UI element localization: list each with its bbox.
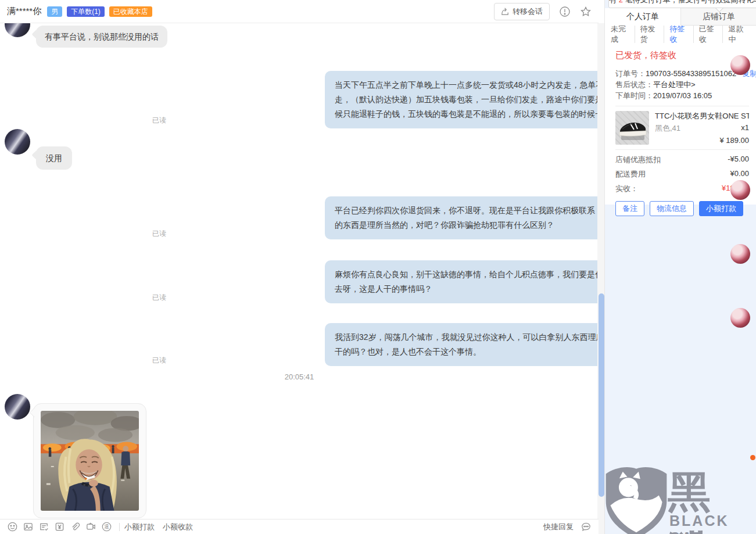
watermark-en-text: BLACK CAT [669, 513, 756, 534]
paperclip-icon[interactable] [70, 521, 81, 532]
order-no-value: 190703-558433895151062 [646, 68, 736, 79]
bubble-tail [30, 408, 40, 418]
transfer-conversation-button[interactable]: 转移会话 [494, 3, 550, 20]
remark-button[interactable]: 备注 [615, 201, 644, 216]
aftersale-label: 售后状态： [615, 79, 653, 90]
order-status: 已发货，待签收 [615, 50, 749, 61]
customer-name: 满*****你 [7, 6, 41, 17]
customer-avatar[interactable] [5, 394, 30, 420]
black-cat-watermark: 黑猫 BLACK CAT [602, 453, 756, 534]
favorited-store-badge: 已收藏本店 [109, 6, 152, 17]
order-tabs: 个人订单 店铺订单 [605, 8, 756, 26]
tab-personal-orders[interactable]: 个人订单 [605, 8, 681, 26]
product-spec: 黑色,41 [655, 123, 680, 134]
discount-value: -¥5.00 [728, 155, 749, 165]
read-receipt: 已读 [152, 293, 166, 303]
svg-text:退: 退 [104, 524, 109, 529]
quick-reply-bubble-icon[interactable] [581, 521, 592, 532]
bubble-tail [32, 30, 42, 40]
meme-image[interactable] [41, 411, 139, 511]
small-receive-link[interactable]: 小额收款 [163, 522, 193, 532]
actual-paid-label: 实收： [615, 184, 638, 194]
order-time-value: 2019/07/03 16:05 [653, 90, 712, 101]
merchant-avatar[interactable] [730, 180, 750, 200]
chat-header: 满*****你 男 下单数(1) 已收藏本店 转移会话 [0, 0, 599, 23]
bubble-tail [32, 150, 42, 160]
toolbar-divider [119, 523, 120, 531]
subtab-to-ship[interactable]: 待发货 [635, 24, 664, 45]
read-receipt: 已读 [152, 229, 166, 239]
shipping-value: ¥0.00 [730, 169, 749, 180]
product-price: ¥ 189.00 [655, 136, 749, 145]
pending-payment-tooltip: 有 2 笔待支付订单，催支付可有效提高转化率 [608, 0, 756, 8]
subtab-received[interactable]: 已签收 [693, 24, 723, 45]
subtab-unfinished[interactable]: 未完成 [610, 24, 635, 45]
order-time-label: 下单时间： [615, 90, 653, 101]
quick-reply-link[interactable]: 快捷回复 [543, 522, 574, 532]
share-icon [501, 7, 510, 16]
merchant-avatar[interactable] [730, 244, 750, 264]
timestamp: 20:05:41 [0, 372, 599, 381]
video-icon[interactable] [85, 521, 96, 532]
discount-label: 店铺优惠抵扣 [615, 155, 661, 165]
refund-icon[interactable]: 退 [101, 521, 112, 532]
emoji-icon[interactable] [7, 521, 18, 532]
message-toolbar: 退 小额打款 小额收款 快捷回复 [0, 519, 599, 534]
customer-avatar[interactable] [5, 129, 30, 155]
read-receipt: 已读 [152, 116, 166, 126]
product-row[interactable]: TTC小花联名男女鞋ONE STA... 黑色,41x1 ¥ 189.00 [615, 111, 749, 145]
shipping-label: 配送费用 [615, 169, 646, 180]
gender-badge: 男 [47, 6, 62, 17]
subtab-refunding[interactable]: 退款中 [722, 24, 752, 45]
sneaker-image [615, 111, 649, 145]
subtab-to-receive[interactable]: 待签收 [664, 24, 693, 45]
logo-dot [750, 455, 755, 460]
merchant-avatar[interactable] [730, 55, 750, 75]
star-icon[interactable] [580, 6, 592, 17]
order-count-badge: 下单数(1) [67, 6, 105, 17]
small-payment-link[interactable]: 小额打款 [124, 522, 155, 532]
aftersale-value[interactable]: 平台处理中> [653, 79, 696, 90]
note-check-icon[interactable] [38, 521, 49, 532]
customer-message: 没用 [36, 146, 72, 170]
order-subtabs: 未完成 待发货 待签收 已签收 退款中 [605, 26, 756, 43]
black-cat-shield-logo [602, 466, 671, 534]
customer-message: 有事平台说，别说那些没用的话 [36, 26, 167, 48]
logistics-info-button[interactable]: 物流信息 [650, 201, 694, 216]
customer-image-message[interactable] [33, 403, 146, 518]
product-title: TTC小花联名男女鞋ONE STA... [655, 111, 749, 121]
alert-icon[interactable] [559, 6, 571, 17]
order-no-label: 订单号： [615, 68, 646, 79]
merchant-avatar[interactable] [730, 308, 750, 328]
product-thumbnail[interactable] [615, 111, 649, 145]
merchant-chat-console: 满*****你 男 下单数(1) 已收藏本店 转移会话 有事平台说，别说那些没用… [0, 0, 756, 534]
small-payment-button[interactable]: 小额打款 [699, 201, 743, 216]
read-receipt: 已读 [152, 356, 166, 365]
product-qty: x1 [741, 123, 749, 134]
yuan-payment-icon[interactable] [54, 521, 65, 532]
image-icon[interactable] [23, 521, 34, 532]
